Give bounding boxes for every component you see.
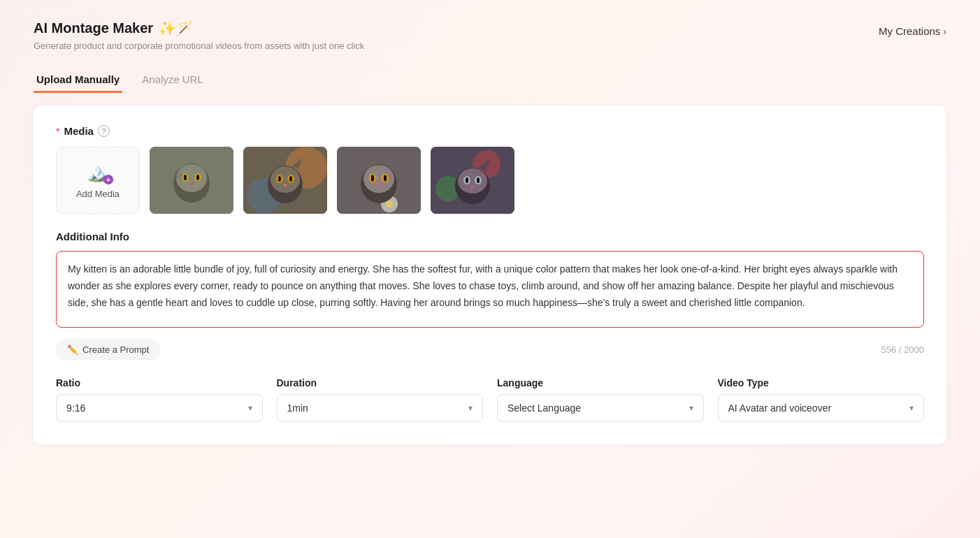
- duration-label: Duration: [277, 377, 484, 388]
- char-count: 556 / 2000: [881, 344, 924, 355]
- media-row: 🏔️ + Add Media: [56, 147, 924, 214]
- add-media-button[interactable]: 🏔️ + Add Media: [56, 147, 140, 214]
- title-row: AI Montage Maker ✨🪄: [34, 20, 364, 36]
- language-placeholder: Select Language: [507, 402, 581, 414]
- video-type-value: AI Avatar and voiceover: [728, 402, 832, 414]
- header-left: AI Montage Maker ✨🪄 Generate product and…: [34, 20, 364, 51]
- ratio-value: 9:16: [66, 402, 85, 414]
- svg-point-35: [377, 183, 381, 186]
- ratio-select[interactable]: 9:16 ▾: [56, 394, 263, 422]
- svg-point-28: [363, 165, 394, 193]
- language-select[interactable]: Select Language ▾: [497, 394, 704, 422]
- svg-point-23: [283, 184, 287, 187]
- media-label: Media: [64, 125, 94, 137]
- duration-value: 1min: [287, 402, 308, 414]
- svg-point-46: [477, 177, 480, 183]
- duration-setting: Duration 1min ▾: [277, 377, 484, 422]
- app-subtitle: Generate product and corporate promotion…: [34, 41, 364, 51]
- duration-select[interactable]: 1min ▾: [277, 394, 484, 422]
- pencil-icon: ✏️: [67, 344, 78, 355]
- svg-point-9: [189, 182, 194, 185]
- help-icon[interactable]: ?: [98, 125, 110, 137]
- create-prompt-button[interactable]: ✏️ Create a Prompt: [56, 339, 160, 361]
- video-type-select[interactable]: AI Avatar and voiceover ▾: [718, 394, 925, 422]
- required-star: *: [56, 126, 59, 137]
- ratio-setting: Ratio 9:16 ▾: [56, 377, 263, 422]
- create-prompt-label: Create a Prompt: [82, 344, 149, 355]
- additional-info-label: Additional Info: [56, 231, 924, 242]
- textarea-content[interactable]: My kitten is an adorable little bundle o…: [68, 261, 912, 311]
- my-creations-link[interactable]: My Creations ›: [879, 25, 946, 37]
- additional-info-textarea[interactable]: My kitten is an adorable little bundle o…: [56, 251, 924, 328]
- svg-point-47: [470, 185, 475, 188]
- video-type-setting: Video Type AI Avatar and voiceover ▾: [718, 377, 925, 422]
- chevron-down-icon-4: ▾: [909, 403, 914, 413]
- plus-badge-icon: +: [103, 175, 113, 184]
- media-image-2[interactable]: [243, 147, 327, 214]
- svg-point-16: [271, 166, 300, 193]
- svg-point-21: [278, 176, 281, 182]
- app-title: AI Montage Maker: [34, 20, 153, 36]
- settings-row: Ratio 9:16 ▾ Duration 1min ▾ Language Se…: [56, 377, 924, 422]
- svg-point-33: [371, 175, 374, 182]
- chevron-down-icon-2: ▾: [468, 403, 473, 413]
- svg-point-26: [386, 201, 393, 208]
- chevron-down-icon-3: ▾: [689, 403, 693, 413]
- media-image-1[interactable]: [150, 147, 233, 214]
- tabs-bar: Upload Manually Analyze URL: [0, 51, 980, 93]
- video-type-label: Video Type: [718, 377, 925, 388]
- add-media-icon-wrap: 🏔️ +: [87, 161, 109, 183]
- my-creations-label: My Creations: [879, 25, 940, 37]
- add-media-label: Add Media: [76, 189, 120, 199]
- media-label-row: * Media ?: [56, 125, 924, 137]
- svg-point-34: [384, 175, 387, 182]
- language-setting: Language Select Language ▾: [497, 377, 704, 422]
- svg-point-45: [466, 177, 468, 183]
- media-image-4[interactable]: [431, 147, 514, 214]
- tab-analyze-url[interactable]: Analyze URL: [139, 68, 206, 93]
- main-card: * Media ? 🏔️ + Add Media: [34, 106, 946, 444]
- media-image-3[interactable]: [337, 147, 421, 214]
- ratio-label: Ratio: [56, 377, 263, 388]
- app-header: AI Montage Maker ✨🪄 Generate product and…: [0, 0, 980, 51]
- tab-upload-manually[interactable]: Upload Manually: [34, 68, 122, 93]
- chevron-down-icon: ▾: [248, 403, 252, 413]
- prompt-row: ✏️ Create a Prompt 556 / 2000: [56, 339, 924, 361]
- svg-point-8: [196, 175, 199, 180]
- wand-icon: ✨🪄: [159, 20, 194, 36]
- svg-point-40: [458, 168, 487, 194]
- svg-point-22: [289, 176, 292, 182]
- language-label: Language: [497, 377, 704, 388]
- chevron-right-icon: ›: [943, 26, 946, 37]
- svg-point-7: [184, 175, 187, 180]
